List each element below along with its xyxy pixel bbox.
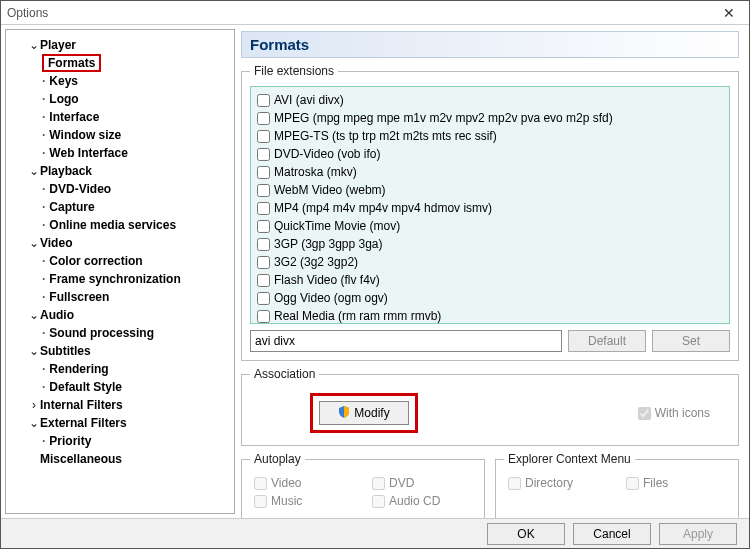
- extensions-input[interactable]: [250, 330, 562, 352]
- autoplay-group: Autoplay Video DVD Music Audio CD: [241, 452, 485, 519]
- tree-subtitles[interactable]: Subtitles: [40, 344, 91, 358]
- tree-rendering[interactable]: Rendering: [42, 362, 109, 376]
- modify-button-label: Modify: [354, 406, 389, 420]
- tree-default-style[interactable]: Default Style: [42, 380, 122, 394]
- page-title: Formats: [241, 31, 739, 58]
- tree-frame-sync[interactable]: Frame synchronization: [42, 272, 181, 286]
- file-extensions-group: File extensions AVI (avi divx) MPEG (mpg…: [241, 64, 739, 361]
- shield-icon: [338, 406, 350, 421]
- chevron-down-icon[interactable]: ⌄: [28, 234, 40, 252]
- chevron-down-icon[interactable]: ⌄: [28, 36, 40, 54]
- set-button[interactable]: Set: [652, 330, 730, 352]
- tree-external-filters[interactable]: External Filters: [40, 416, 127, 430]
- format-label: MP4 (mp4 m4v mp4v mpv4 hdmov ismv): [274, 199, 492, 217]
- tree-miscellaneous[interactable]: Miscellaneous: [40, 452, 122, 466]
- autoplay-audiocd[interactable]: Audio CD: [372, 494, 472, 508]
- format-checkbox[interactable]: [257, 220, 270, 233]
- cancel-button[interactable]: Cancel: [573, 523, 651, 545]
- tree-fullscreen[interactable]: Fullscreen: [42, 290, 109, 304]
- format-checkbox[interactable]: [257, 94, 270, 107]
- format-label: MPEG (mpg mpeg mpe m1v m2v mpv2 mp2v pva…: [274, 109, 613, 127]
- window-title: Options: [7, 6, 48, 20]
- tree-capture[interactable]: Capture: [42, 200, 95, 214]
- format-label: WebM Video (webm): [274, 181, 386, 199]
- format-label: 3GP (3gp 3gpp 3ga): [274, 235, 383, 253]
- tree-dvd-video[interactable]: DVD-Video: [42, 182, 111, 196]
- format-checkbox[interactable]: [257, 310, 270, 323]
- dialog-footer: OK Cancel Apply: [1, 518, 749, 548]
- options-tree: ⌄Player Formats Keys Logo Interface Wind…: [14, 36, 234, 468]
- tree-keys[interactable]: Keys: [42, 74, 78, 88]
- format-label: Flash Video (flv f4v): [274, 271, 380, 289]
- context-menu-legend: Explorer Context Menu: [504, 452, 635, 466]
- format-label: AVI (avi divx): [274, 91, 344, 109]
- tree-formats[interactable]: Formats: [42, 54, 101, 72]
- sidebar: ⌄Player Formats Keys Logo Interface Wind…: [5, 29, 235, 514]
- tree-web-interface[interactable]: Web Interface: [42, 146, 128, 160]
- format-checkbox[interactable]: [257, 184, 270, 197]
- format-label: MPEG-TS (ts tp trp m2t m2ts mts rec ssif…: [274, 127, 497, 145]
- chevron-down-icon[interactable]: ⌄: [28, 414, 40, 432]
- modify-highlight: Modify: [310, 393, 418, 433]
- tree-audio[interactable]: Audio: [40, 308, 74, 322]
- format-checkbox[interactable]: [257, 238, 270, 251]
- autoplay-music[interactable]: Music: [254, 494, 354, 508]
- context-menu-group: Explorer Context Menu Directory Files: [495, 452, 739, 519]
- tree-sound-processing[interactable]: Sound processing: [42, 326, 154, 340]
- tree-logo[interactable]: Logo: [42, 92, 79, 106]
- with-icons-input[interactable]: [638, 407, 651, 420]
- tree-color-correction[interactable]: Color correction: [42, 254, 143, 268]
- titlebar: Options ✕: [1, 1, 749, 25]
- ctx-directory[interactable]: Directory: [508, 476, 608, 490]
- tree-interface[interactable]: Interface: [42, 110, 99, 124]
- chevron-down-icon[interactable]: ⌄: [28, 162, 40, 180]
- chevron-down-icon[interactable]: ⌄: [28, 342, 40, 360]
- tree-playback[interactable]: Playback: [40, 164, 92, 178]
- ctx-files[interactable]: Files: [626, 476, 726, 490]
- chevron-right-icon[interactable]: ›: [28, 396, 40, 414]
- modify-button[interactable]: Modify: [319, 401, 409, 425]
- main-panel: Formats File extensions AVI (avi divx) M…: [239, 25, 749, 518]
- format-checkbox[interactable]: [257, 292, 270, 305]
- tree-video[interactable]: Video: [40, 236, 72, 250]
- format-label: DVD-Video (vob ifo): [274, 145, 381, 163]
- chevron-down-icon[interactable]: ⌄: [28, 306, 40, 324]
- format-checkbox[interactable]: [257, 202, 270, 215]
- formats-list[interactable]: AVI (avi divx) MPEG (mpg mpeg mpe m1v m2…: [250, 86, 730, 324]
- with-icons-checkbox[interactable]: With icons: [638, 406, 710, 420]
- format-checkbox[interactable]: [257, 256, 270, 269]
- autoplay-legend: Autoplay: [250, 452, 305, 466]
- format-checkbox[interactable]: [257, 166, 270, 179]
- tree-online-media[interactable]: Online media services: [42, 218, 176, 232]
- ok-button[interactable]: OK: [487, 523, 565, 545]
- tree-internal-filters[interactable]: Internal Filters: [40, 398, 123, 412]
- association-group: Association Modify With icons: [241, 367, 739, 446]
- tree-window-size[interactable]: Window size: [42, 128, 121, 142]
- tree-priority[interactable]: Priority: [42, 434, 91, 448]
- format-checkbox[interactable]: [257, 274, 270, 287]
- association-legend: Association: [250, 367, 319, 381]
- format-checkbox[interactable]: [257, 148, 270, 161]
- format-label: 3G2 (3g2 3gp2): [274, 253, 358, 271]
- format-label: Ogg Video (ogm ogv): [274, 289, 388, 307]
- close-icon[interactable]: ✕: [709, 1, 749, 25]
- with-icons-label: With icons: [655, 406, 710, 420]
- format-checkbox[interactable]: [257, 112, 270, 125]
- file-extensions-legend: File extensions: [250, 64, 338, 78]
- format-label: QuickTime Movie (mov): [274, 217, 400, 235]
- autoplay-dvd[interactable]: DVD: [372, 476, 472, 490]
- format-label: Real Media (rm ram rmm rmvb): [274, 307, 441, 324]
- apply-button[interactable]: Apply: [659, 523, 737, 545]
- format-checkbox[interactable]: [257, 130, 270, 143]
- autoplay-video[interactable]: Video: [254, 476, 354, 490]
- tree-player[interactable]: Player: [40, 38, 76, 52]
- format-label: Matroska (mkv): [274, 163, 357, 181]
- default-button[interactable]: Default: [568, 330, 646, 352]
